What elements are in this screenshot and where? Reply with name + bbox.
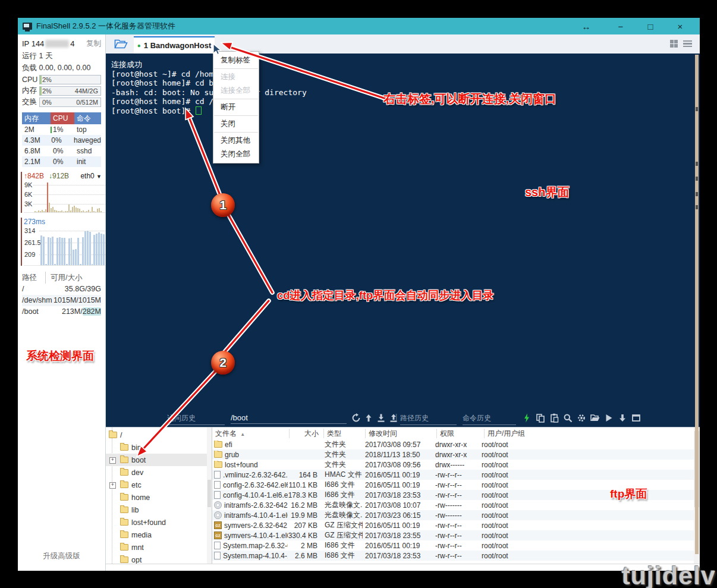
graph-bar [89,232,91,265]
upgrade-link[interactable]: 升级高级版 [18,551,105,561]
graph-bar [95,212,96,213]
file-col-header[interactable]: 大小 [290,429,324,438]
graph-bar [56,210,57,213]
file-owner: root/root [479,552,700,560]
process-col-memory[interactable]: 内存 [22,112,51,124]
file-row[interactable]: initramfs-4.10.4-1.el6....19.9 MB光盘映像文..… [212,510,700,520]
resize-icon[interactable]: ↔ [576,21,596,32]
process-col-command[interactable]: 命令 [74,112,101,124]
disk-col-path[interactable]: 路径 [22,272,37,284]
menu-item-关闭其他[interactable]: 关闭其他 [213,134,259,147]
terminal-line: [root@host home]# cd boot [111,78,307,88]
maximize-button[interactable]: □ [636,21,665,32]
path-input[interactable]: /boot [231,413,347,424]
tab-bandwagonhost[interactable]: ● 1 BandwagonHost [134,36,215,54]
tree-label: boot [131,456,146,464]
file-row[interactable]: .vmlinuz-2.6.32-642.el...164 BHMAC 文件201… [212,470,700,480]
file-row[interactable]: grub文件夹2018/11/13 18:50drwxr-xr-xroot/ro… [212,449,700,460]
graph-bar [103,234,105,265]
file-type: HMAC 文件 [322,470,363,480]
tree-item-lost+found[interactable]: lost+found [106,516,212,529]
bolt-icon[interactable] [522,413,532,423]
tree-item-boot[interactable]: +boot [106,454,212,466]
open-folder-icon[interactable] [590,413,600,423]
file-perm: -rw-r--r-- [433,481,479,489]
file-row[interactable]: GZsymvers-4.10.4-1.el6....330.4 KBGZ 压缩文… [212,530,700,540]
file-name: efi [212,441,288,449]
menu-item-断开[interactable]: 断开 [213,100,259,114]
menu-item-关闭[interactable]: 关闭 [213,117,259,131]
tree-label: opt [131,556,141,564]
tree-item-etc[interactable]: +etc [106,479,212,491]
search-icon[interactable] [563,413,573,423]
tree-item-bin[interactable]: bin [106,441,212,454]
graph-bar [97,209,98,213]
graph-bar [93,235,95,265]
tree-item-opt[interactable]: opt [106,554,212,564]
tree-item-media[interactable]: media [106,529,212,541]
swap-meter: 交换 0% 0/512M [22,96,101,108]
tree-item-home[interactable]: home [106,491,212,504]
path-history-field[interactable]: 路径历史 [400,413,457,425]
file-row[interactable]: efi文件夹2017/03/08 09:57drwxr-xr-xroot/roo… [212,439,700,449]
tree-item-dev[interactable]: dev [106,466,212,479]
process-col-cpu[interactable]: CPU [51,112,74,124]
interface-selector[interactable]: eth0 ▼ [80,172,102,180]
down-arrow-icon[interactable] [618,413,627,423]
file-col-header[interactable]: 权限 [437,429,485,438]
process-mem: 6.8M [22,146,51,156]
file-icon [214,471,221,479]
file-type: 光盘映像文... [322,510,363,520]
file-col-header[interactable]: 文件名 ▲ [212,429,290,438]
copy-icon[interactable] [536,413,545,423]
open-connection-folder-icon[interactable] [114,39,128,49]
file-row[interactable]: lost+found文件夹2017/03/08 09:56drwx------r… [212,460,700,470]
graph-bar [99,208,100,213]
download-icon[interactable] [376,413,386,423]
copy-ip-button[interactable]: 复制 [86,39,101,49]
file-col-header[interactable]: 类型 [324,429,366,438]
mouse-cursor [213,44,222,56]
settings-icon[interactable] [577,413,586,423]
graph-bar [75,249,77,265]
tree-label: media [131,531,152,539]
terminal-line: [root@host boot]# [111,106,307,116]
ssh-terminal[interactable]: 连接成功[root@host ~]# cd /home[root@host ho… [106,54,700,410]
minimize-button[interactable]: − [606,21,636,32]
file-name: .vmlinuz-2.6.32-642.el... [212,471,288,479]
tree-item-mnt[interactable]: mnt [106,541,212,554]
tree-scrollbar[interactable] [207,427,212,564]
menu-item-关闭全部[interactable]: 关闭全部 [213,147,259,161]
graph-bar [58,211,59,213]
tree-item-lib[interactable]: lib [106,504,212,516]
paste-icon[interactable] [549,413,559,423]
file-size: 19.9 MB [288,511,322,520]
right-side-panel-strip[interactable] [695,55,699,554]
file-row[interactable]: System.map-4.10.4-1...2.6 MBI686 文件2017/… [212,551,700,561]
main-menu-icon[interactable] [683,40,692,48]
file-col-header[interactable]: 用户/用户组 [485,429,700,438]
window-icon[interactable] [631,413,641,423]
tree-root[interactable]: / [106,429,212,441]
terminal-cursor [196,106,202,115]
visit-history-field[interactable]: 访问历史 [167,413,225,425]
file-type: 光盘映像文... [322,500,363,510]
connected-dot-icon: ● [137,42,141,49]
expand-icon[interactable]: + [109,457,116,464]
command-history-field[interactable]: 命令历史 [463,413,516,425]
disk-col-size[interactable]: 可用/大小 [45,272,82,284]
expand-icon[interactable]: + [109,482,116,489]
layout-grid-icon[interactable] [670,40,678,48]
graph-bar [88,210,89,213]
close-button[interactable]: × [665,21,695,32]
file-row[interactable]: System.map-2.6.32-6...2 MBI686 文件2016/05… [212,540,700,551]
tree-label: dev [131,468,143,477]
file-mtime: 2018/11/13 18:50 [363,451,433,459]
parent-dir-icon[interactable] [364,413,373,423]
refresh-icon[interactable] [351,413,361,423]
file-col-header[interactable]: 修改时间 [366,429,437,438]
run-icon[interactable] [604,413,614,423]
file-name: GZsymvers-2.6.32-642.el... [212,521,288,530]
file-row[interactable]: GZsymvers-2.6.32-642.el...207 KBGZ 压缩文件2… [212,520,700,530]
file-mtime: 2017/03/18 23:53 [363,491,433,499]
